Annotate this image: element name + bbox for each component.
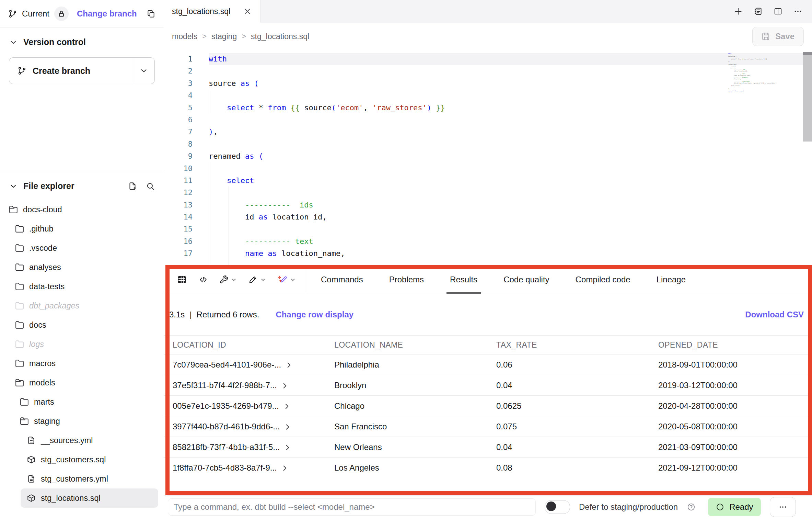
save-button[interactable]: Save	[752, 27, 804, 46]
results-toolbar-icons	[177, 266, 296, 294]
folder-icon	[15, 359, 24, 368]
location-id-value: 858218fb-73f7-4b1b-a31f-5...	[173, 442, 280, 452]
file-item--github[interactable]: .github	[0, 219, 164, 238]
code-text: source as (	[209, 77, 812, 89]
results-tab-compiled-code[interactable]: Compiled code	[567, 266, 639, 294]
file-item-logs[interactable]: logs	[0, 335, 164, 354]
create-branch-dropdown[interactable]	[133, 58, 154, 84]
file-item--sources-yml[interactable]: __sources.yml	[0, 431, 164, 450]
code-line-7[interactable]: 7),	[164, 126, 812, 138]
results-tab-code-quality[interactable]: Code quality	[495, 266, 557, 294]
file-item-marts[interactable]: marts	[0, 392, 164, 412]
file-explorer-header[interactable]: File explorer	[0, 181, 164, 191]
command-input[interactable]	[168, 498, 536, 516]
line-number: 5	[164, 102, 193, 114]
file-item-stg-customers-sql[interactable]: stg_customers.sql	[0, 450, 164, 469]
magic-pen-icon	[278, 275, 287, 284]
plus-icon[interactable]	[734, 7, 743, 16]
opened-date-cell: 2021-03-09T00:00:00	[658, 442, 812, 452]
expand-cell-icon[interactable]	[280, 381, 289, 390]
code-line-14[interactable]: 14 id as location_id,	[164, 211, 812, 223]
format-brush-icon	[248, 275, 257, 284]
code-line-15[interactable]: 15	[164, 223, 812, 235]
code-text	[209, 114, 812, 126]
expand-cell-icon[interactable]	[282, 402, 291, 411]
code-line-10[interactable]: 10	[164, 162, 812, 174]
code-text	[209, 138, 812, 150]
file-item-docs[interactable]: docs	[0, 315, 164, 335]
new-file-icon[interactable]	[128, 182, 137, 191]
results-tab-problems[interactable]: Problems	[381, 266, 432, 294]
file-item-stg-locations-sql[interactable]: stg_locations.sql	[21, 488, 158, 508]
copy-icon[interactable]	[147, 9, 155, 18]
folder-icon	[15, 244, 24, 252]
table-grid-button[interactable]	[177, 274, 187, 285]
breadcrumb-item[interactable]: models	[172, 32, 197, 41]
line-number: 8	[164, 138, 193, 150]
file-item--vscode[interactable]: .vscode	[0, 238, 164, 258]
format-brush-button[interactable]	[248, 275, 266, 284]
code-line-11[interactable]: 11 select	[164, 174, 812, 187]
expand-cell-icon[interactable]	[283, 423, 292, 431]
tab-stg-locations-sql[interactable]: stg_locations.sql	[164, 0, 260, 23]
change-row-display-link[interactable]: Change row display	[276, 310, 353, 319]
help-icon[interactable]	[687, 503, 696, 511]
wrench-button[interactable]	[219, 275, 237, 284]
code-line-12[interactable]: 12	[164, 187, 812, 199]
defer-toggle[interactable]	[545, 500, 570, 514]
code-line-1[interactable]: 1with	[164, 53, 812, 65]
code-line-6[interactable]: 6	[164, 114, 812, 126]
editor-scrollbar[interactable]	[803, 52, 812, 142]
file-item-macros[interactable]: macros	[0, 354, 164, 373]
file-item-analyses[interactable]: analyses	[0, 258, 164, 277]
code-line-5[interactable]: 5 select * from {{ source('ecom', 'raw_s…	[164, 102, 812, 114]
code-line-9[interactable]: 9renamed as (	[164, 150, 812, 162]
folder-open-icon	[15, 378, 24, 387]
code-text: ---------- text	[209, 235, 812, 247]
breadcrumb-item[interactable]: stg_locations.sql	[251, 32, 309, 41]
expand-cell-icon[interactable]	[285, 361, 293, 370]
changelog-icon[interactable]	[754, 7, 763, 16]
file-item-models[interactable]: models	[0, 373, 164, 392]
line-number: 10	[164, 162, 193, 174]
file-item-stg-customers-yml[interactable]: stg_customers.yml	[0, 469, 164, 488]
file-item-docs-cloud[interactable]: docs-cloud	[0, 200, 164, 219]
file-item-data-tests[interactable]: data-tests	[0, 277, 164, 296]
code-line-13[interactable]: 13 ---------- ids	[164, 199, 812, 211]
code-text: ---------- ids	[209, 199, 812, 211]
results-tab-commands[interactable]: Commands	[313, 266, 371, 294]
ready-status-badge[interactable]: Ready	[708, 498, 761, 516]
expand-cell-icon[interactable]	[280, 464, 289, 473]
code-editor[interactable]: 1with23source as (45 select * from {{ so…	[164, 50, 812, 266]
search-icon[interactable]	[146, 182, 155, 191]
code-area: 1with23source as (45 select * from {{ so…	[164, 50, 812, 260]
expand-cell-icon[interactable]	[283, 443, 292, 452]
results-tab-lineage[interactable]: Lineage	[648, 266, 694, 294]
change-branch-link[interactable]: Change branch	[77, 9, 137, 19]
download-csv-link[interactable]: Download CSV	[745, 310, 804, 319]
code-line-16[interactable]: 16 ---------- text	[164, 235, 812, 247]
chevron-down-icon	[260, 277, 266, 283]
split-view-icon[interactable]	[774, 7, 782, 16]
folder-icon	[15, 320, 24, 329]
results-tab-results[interactable]: Results	[442, 266, 486, 294]
folder-icon	[15, 263, 24, 272]
editor-minimap[interactable]: with source as ( select * from {{ source…	[728, 53, 797, 92]
results-status-row: 3.1s | Returned 6 rows. Change row displ…	[164, 294, 812, 336]
code-line-4[interactable]: 4	[164, 89, 812, 101]
file-item-dbt-packages[interactable]: dbt_packages	[0, 296, 164, 315]
create-branch-button[interactable]: Create branch	[9, 57, 155, 84]
file-item-staging[interactable]: staging	[0, 412, 164, 431]
version-control-header[interactable]: Version control	[9, 37, 155, 47]
code-line-17[interactable]: 17 name as location_name,	[164, 247, 812, 259]
code-line-8[interactable]: 8	[164, 138, 812, 150]
breadcrumb-item[interactable]: staging	[211, 32, 237, 41]
ellipsis-icon[interactable]	[793, 7, 802, 16]
code-line-2[interactable]: 2	[164, 65, 812, 77]
code-line-3[interactable]: 3source as (	[164, 77, 812, 89]
table-row: 3977f440-b87d-461b-9dd6-...San Francisco…	[164, 416, 812, 437]
magic-pen-button[interactable]	[278, 275, 296, 284]
code-button[interactable]	[199, 275, 208, 284]
more-options-button[interactable]	[770, 497, 796, 517]
close-icon[interactable]	[243, 7, 252, 16]
